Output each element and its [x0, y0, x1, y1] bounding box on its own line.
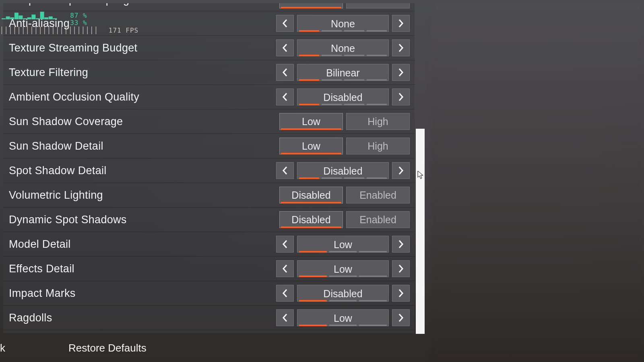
next-arrow[interactable]: [392, 162, 410, 179]
option-disabled[interactable]: Disabled: [279, 3, 343, 8]
setting-label: Sun Shadow Coverage: [9, 115, 270, 128]
setting-value: Low: [334, 240, 352, 250]
restore-defaults-button[interactable]: Restore Defaults: [68, 342, 147, 354]
setting-label: Ragdolls: [9, 312, 270, 324]
next-arrow[interactable]: [392, 15, 410, 32]
row-spot-shadow-detail: Spot Shadow Detail Disabled: [3, 158, 415, 183]
value-box: Disabled: [297, 285, 389, 302]
option-low[interactable]: Low: [279, 138, 343, 154]
setting-label: Impact Marks: [9, 287, 270, 300]
next-arrow[interactable]: [392, 285, 410, 302]
value-box: Bilinear: [297, 64, 389, 81]
row-sun-shadow-coverage: Sun Shadow Coverage Low High: [3, 109, 415, 134]
next-arrow[interactable]: [392, 236, 410, 253]
setting-label: Volumetric Lighting: [9, 189, 270, 202]
value-box: Disabled: [297, 88, 389, 105]
setting-label: Model Detail: [9, 238, 270, 251]
setting-value: None: [331, 19, 355, 29]
setting-label: Texture Streaming Budget: [9, 42, 270, 54]
row-texture-streaming-budget: Texture Streaming Budget None: [3, 36, 415, 60]
value-box: Disabled: [297, 162, 389, 179]
setting-value: Disabled: [323, 289, 362, 299]
row-volumetric-lighting: Volumetric Lighting Disabled Enabled: [3, 183, 415, 208]
prev-arrow[interactable]: [276, 260, 294, 277]
row-adaptive-supersampling: Adaptive Supersampling Disabled Enabled: [3, 3, 415, 11]
prev-arrow[interactable]: [276, 64, 294, 81]
option-low[interactable]: Low: [279, 113, 343, 130]
value-box: Low: [297, 236, 389, 253]
next-arrow[interactable]: [392, 64, 410, 81]
setting-label: Spot Shadow Detail: [9, 165, 270, 177]
setting-value: Low: [334, 264, 352, 274]
prev-arrow[interactable]: [276, 15, 294, 32]
row-anti-aliasing: Anti-aliasing None: [3, 11, 415, 36]
option-disabled[interactable]: Disabled: [279, 211, 343, 228]
row-texture-filtering: Texture Filtering Bilinear: [3, 60, 415, 85]
option-enabled[interactable]: Enabled: [346, 211, 410, 228]
row-sun-shadow-detail: Sun Shadow Detail Low High: [3, 134, 415, 158]
prev-arrow[interactable]: [276, 39, 294, 56]
setting-label: Sun Shadow Detail: [9, 140, 270, 152]
option-disabled[interactable]: Disabled: [279, 187, 343, 204]
footer-bar: k Restore Defaults: [0, 334, 644, 362]
row-effects-detail: Effects Detail Low: [3, 257, 415, 281]
next-arrow[interactable]: [392, 88, 410, 105]
row-ambient-occlusion-quality: Ambient Occlusion Quality Disabled: [3, 85, 415, 109]
prev-arrow[interactable]: [276, 88, 294, 105]
setting-label: Texture Filtering: [9, 66, 270, 79]
back-button[interactable]: k: [0, 342, 8, 354]
setting-value: None: [331, 43, 355, 53]
video-settings-panel: Adaptive Supersampling Disabled Enabled …: [3, 3, 415, 333]
next-arrow[interactable]: [392, 39, 410, 56]
setting-value: Bilinear: [326, 68, 359, 78]
option-enabled[interactable]: Enabled: [346, 187, 410, 204]
prev-arrow[interactable]: [276, 285, 294, 302]
next-arrow[interactable]: [392, 309, 410, 326]
value-box: Low: [297, 309, 389, 326]
setting-value: Disabled: [323, 93, 362, 103]
option-enabled[interactable]: Enabled: [346, 3, 410, 8]
prev-arrow[interactable]: [276, 236, 294, 253]
next-arrow[interactable]: [392, 260, 410, 277]
setting-label: Ambient Occlusion Quality: [9, 91, 270, 103]
row-dynamic-spot-shadows: Dynamic Spot Shadows Disabled Enabled: [3, 208, 415, 232]
value-box: Low: [297, 260, 389, 277]
setting-label: Adaptive Supersampling: [9, 3, 270, 6]
prev-arrow[interactable]: [276, 162, 294, 179]
setting-label: Effects Detail: [9, 263, 270, 275]
setting-value: Disabled: [323, 166, 362, 176]
value-box: None: [297, 39, 389, 56]
row-impact-marks: Impact Marks Disabled: [3, 281, 415, 306]
setting-value: Low: [334, 313, 352, 323]
prev-arrow[interactable]: [276, 309, 294, 326]
setting-label: Anti-aliasing: [9, 17, 270, 30]
scrollbar[interactable]: [416, 129, 425, 334]
option-high[interactable]: High: [346, 138, 410, 154]
row-model-detail: Model Detail Low: [3, 232, 415, 257]
setting-label: Dynamic Spot Shadows: [9, 214, 270, 226]
row-ragdolls: Ragdolls Low: [3, 306, 415, 330]
value-box: None: [297, 15, 389, 32]
option-high[interactable]: High: [346, 113, 410, 130]
